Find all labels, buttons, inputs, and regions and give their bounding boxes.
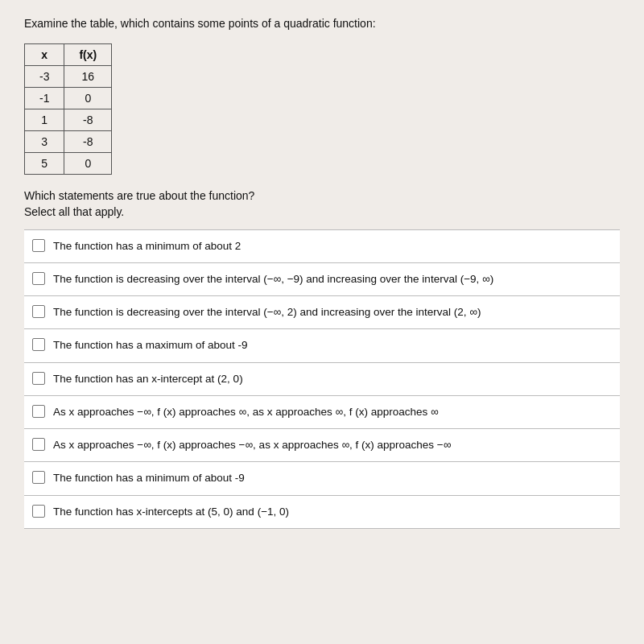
option-text: The function is decreasing over the inte…: [53, 304, 481, 320]
option-text: As x approaches −∞, f (x) approaches ∞, …: [53, 404, 439, 420]
table-cell: -8: [64, 130, 112, 152]
option-row[interactable]: The function has an x-intercept at (2, 0…: [24, 363, 620, 396]
col-header-fx: f(x): [64, 43, 112, 65]
checkbox-icon[interactable]: [32, 438, 45, 451]
option-text: The function has a minimum of about 2: [53, 238, 241, 254]
options-container: The function has a minimum of about 2The…: [24, 229, 620, 529]
option-text: The function has a minimum of about -9: [53, 470, 245, 486]
select-all-label: Select all that apply.: [24, 205, 620, 218]
table-cell: 0: [64, 152, 112, 174]
option-row[interactable]: As x approaches −∞, f (x) approaches −∞,…: [24, 429, 620, 462]
question-prompt: Examine the table, which contains some p…: [24, 16, 620, 32]
option-row[interactable]: The function is decreasing over the inte…: [24, 263, 620, 296]
table-cell: 5: [25, 152, 64, 174]
option-row[interactable]: As x approaches −∞, f (x) approaches ∞, …: [24, 396, 620, 429]
option-row[interactable]: The function is decreasing over the inte…: [24, 296, 620, 329]
option-row[interactable]: The function has a maximum of about -9: [24, 329, 620, 362]
table-cell: 1: [25, 109, 64, 130]
checkbox-icon[interactable]: [32, 405, 45, 418]
table-cell: -1: [25, 87, 64, 109]
checkbox-icon[interactable]: [32, 505, 45, 518]
checkbox-icon[interactable]: [32, 372, 45, 385]
option-text: The function has x-intercepts at (5, 0) …: [53, 504, 289, 520]
option-text: The function is decreasing over the inte…: [53, 271, 493, 287]
data-table: x f(x) -316-101-83-850: [24, 43, 112, 175]
checkbox-icon[interactable]: [32, 239, 45, 252]
option-text: As x approaches −∞, f (x) approaches −∞,…: [53, 437, 451, 453]
option-row[interactable]: The function has a minimum of about -9: [24, 462, 620, 495]
option-text: The function has an x-intercept at (2, 0…: [53, 371, 243, 387]
checkbox-icon[interactable]: [32, 272, 45, 285]
table-cell: -3: [25, 65, 64, 87]
option-row[interactable]: The function has a minimum of about 2: [24, 229, 620, 263]
option-text: The function has a maximum of about -9: [53, 337, 248, 353]
which-statement: Which statements are true about the func…: [24, 189, 620, 202]
table-cell: -8: [64, 109, 112, 130]
col-header-x: x: [25, 43, 64, 65]
checkbox-icon[interactable]: [32, 471, 45, 484]
table-cell: 3: [25, 130, 64, 152]
option-row[interactable]: The function has x-intercepts at (5, 0) …: [24, 496, 620, 529]
table-cell: 16: [64, 65, 112, 87]
checkbox-icon[interactable]: [32, 305, 45, 318]
checkbox-icon[interactable]: [32, 338, 45, 351]
table-cell: 0: [64, 87, 112, 109]
